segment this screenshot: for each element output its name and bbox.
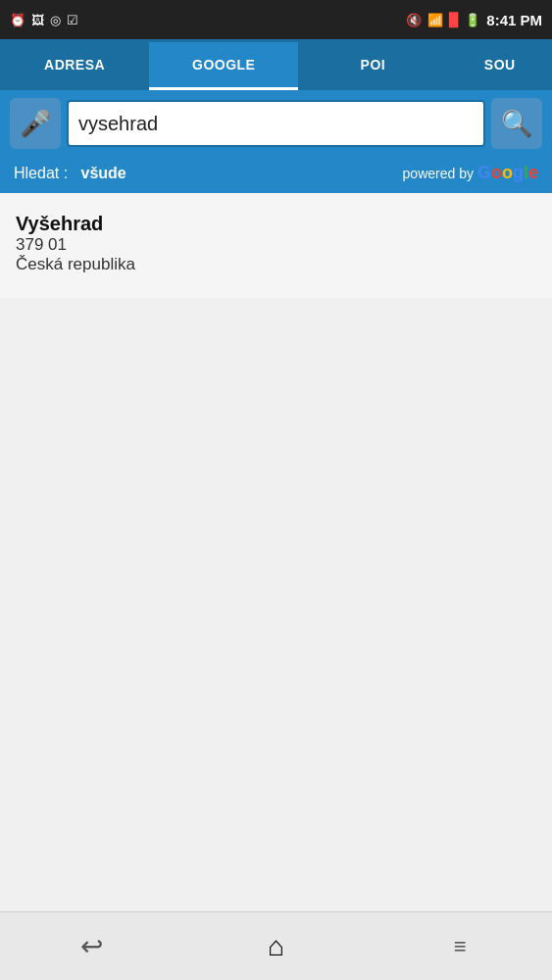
results-area: Vyšehrad 379 01 Česká republika (0, 193, 552, 298)
mute-icon: 🔇 (406, 13, 422, 27)
search-area: 🎤 🔍 (0, 90, 552, 157)
status-bar: ⏰ 🖼 ◎ ☑ 🔇 📶 ▉ 🔋 8:41 PM (0, 0, 552, 39)
search-button[interactable]: 🔍 (491, 98, 542, 149)
search-input-wrapper (67, 100, 485, 147)
filter-row: Hledat : všude powered by Google (0, 157, 552, 193)
nav-bar: ↩ ⌂ ≡ (0, 911, 552, 980)
search-icon: 🔍 (501, 109, 532, 139)
back-button[interactable]: ↩ (63, 922, 122, 971)
powered-by-label: powered by Google (403, 163, 538, 183)
filter-label: Hledat : (14, 165, 68, 181)
powered-by-text: powered by (403, 166, 474, 181)
tab-bar: ADRESA GOOGLE POI SOU (0, 39, 552, 90)
checkbox-icon: ☑ (67, 13, 78, 27)
google-logo: Google (477, 163, 538, 183)
search-input[interactable] (78, 113, 474, 135)
status-right: 🔇 📶 ▉ 🔋 8:41 PM (406, 12, 542, 28)
status-icons-left: ⏰ 🖼 ◎ ☑ (10, 13, 78, 27)
location-icon: ◎ (50, 13, 61, 27)
alarm-icon: ⏰ (10, 13, 25, 27)
tab-google[interactable]: GOOGLE (149, 42, 298, 90)
result-zip: 379 01 (16, 235, 536, 255)
result-country: Česká republika (16, 255, 536, 274)
tab-sou[interactable]: SOU (447, 42, 552, 90)
battery-icon: 🔋 (465, 13, 480, 27)
result-item[interactable]: Vyšehrad 379 01 Česká republika (16, 213, 536, 274)
mic-icon: 🎤 (20, 109, 51, 139)
home-button[interactable]: ⌂ (246, 922, 305, 971)
clock: 8:41 PM (486, 12, 542, 28)
filter-value[interactable]: všude (81, 165, 126, 181)
tab-adresa[interactable]: ADRESA (0, 42, 149, 90)
filter-label-group: Hledat : všude (14, 165, 126, 182)
image-icon: 🖼 (31, 13, 44, 27)
home-icon: ⌂ (268, 931, 284, 962)
result-title: Vyšehrad (16, 213, 536, 235)
tab-poi[interactable]: POI (298, 42, 447, 90)
menu-button[interactable]: ≡ (430, 922, 489, 971)
signal-icon: ▉ (449, 13, 459, 27)
search-row: 🎤 🔍 (10, 98, 542, 149)
menu-icon: ≡ (454, 936, 467, 957)
back-icon-text: ↩ (80, 930, 103, 962)
wifi-icon: 📶 (427, 13, 443, 27)
mic-button[interactable]: 🎤 (10, 98, 61, 149)
